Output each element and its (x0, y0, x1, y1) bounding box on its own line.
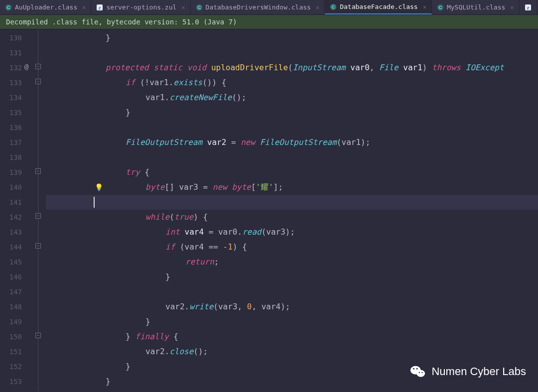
code-token: [] var3 = (165, 182, 213, 192)
line-number: 131 (0, 45, 22, 60)
fold-toggle-icon[interactable]: − (35, 168, 41, 174)
close-icon[interactable]: ✕ (423, 3, 426, 10)
code-token: InputStream (293, 63, 351, 72)
line-number: 137 (0, 135, 22, 150)
fold-gutter[interactable] (31, 134, 46, 149)
code-line[interactable]: if (var4 == -1) { (46, 240, 538, 255)
line-number: 153 (0, 374, 22, 389)
gutter-marker (22, 74, 31, 89)
code-line[interactable]: var1.createNewFile(); (46, 90, 538, 105)
fold-gutter[interactable] (31, 298, 46, 313)
fold-gutter[interactable] (31, 119, 46, 134)
tab-mysqlutil-class[interactable]: CMySQLUtil.class✕ (432, 0, 520, 14)
fold-toggle-icon[interactable]: − (35, 333, 41, 338)
code-line[interactable]: } (46, 269, 538, 284)
code-line[interactable]: FileOutputStream var2 = new FileOutputSt… (46, 135, 538, 150)
code-token: } (106, 377, 111, 386)
gutter-marker (22, 104, 31, 119)
close-icon[interactable]: ✕ (510, 4, 514, 11)
code-token: , (370, 63, 379, 72)
fold-toggle-icon[interactable]: − (35, 79, 41, 84)
fold-gutter[interactable] (31, 283, 46, 298)
code-line[interactable] (46, 284, 538, 299)
code-token: -1 (223, 242, 233, 252)
code-line[interactable]: return; (46, 255, 538, 269)
code-token: } (165, 272, 170, 281)
code-line[interactable]: while(true) { (46, 210, 538, 225)
fold-toggle-icon[interactable]: − (35, 243, 41, 249)
fold-gutter[interactable] (31, 313, 46, 328)
fold-gutter[interactable]: − (31, 328, 46, 343)
fold-gutter[interactable]: − (31, 239, 46, 254)
fold-gutter[interactable] (31, 149, 46, 164)
tab-databasefacade-class[interactable]: CDatabaseFacade.class✕ (325, 0, 432, 14)
code-token: var1 (403, 63, 422, 72)
code-line[interactable] (46, 195, 538, 210)
intention-bulb-icon[interactable]: 💡 (95, 180, 103, 195)
code-line[interactable]: } (46, 30, 538, 45)
fold-gutter[interactable] (31, 268, 46, 283)
class-file-icon: C (196, 4, 203, 11)
tab-server-options-zul[interactable]: Zserver-options.zul✕ (91, 0, 190, 14)
code-line[interactable]: int var4 = var0.read(var3); (46, 225, 538, 240)
tab-overflow[interactable]: Z (520, 0, 537, 14)
decompile-banner: Decompiled .class file, bytecode version… (0, 15, 538, 29)
fold-gutter[interactable]: − (31, 59, 46, 74)
fold-gutter[interactable] (31, 373, 46, 388)
fold-gutter[interactable] (31, 358, 46, 373)
fold-gutter[interactable]: − (31, 74, 46, 89)
fold-gutter[interactable] (31, 343, 46, 358)
gutter-marker (22, 268, 31, 283)
code-line[interactable]: } (46, 105, 538, 120)
gutter-marker (22, 134, 31, 149)
close-icon[interactable]: ✕ (181, 4, 185, 11)
gutter-marker (22, 373, 31, 388)
code-token: read (242, 227, 262, 237)
fold-gutter[interactable] (31, 254, 46, 268)
line-number-gutter: 1301311321331341351361371381391401411421… (0, 29, 22, 391)
tab-databasedriverswindow-class[interactable]: CDatabaseDriversWindow.class✕ (191, 0, 325, 14)
code-token: true (174, 212, 194, 222)
fold-end-icon (35, 34, 41, 39)
code-token: ( (288, 63, 293, 72)
svg-point-14 (413, 368, 414, 370)
code-line[interactable]: try { (46, 165, 538, 180)
fold-gutter[interactable] (31, 29, 46, 44)
code-token: } (126, 362, 131, 371)
fold-gutter[interactable]: − (31, 209, 46, 224)
code-area[interactable]: }protected static void uploadDriverFile(… (46, 29, 538, 391)
fold-gutter[interactable] (31, 179, 46, 194)
code-token: void (187, 63, 211, 72)
line-number: 135 (0, 105, 22, 120)
code-line[interactable]: var2.close(); (46, 344, 538, 359)
fold-gutter[interactable] (31, 194, 46, 209)
code-line[interactable]: } finally { (46, 329, 538, 344)
fold-gutter[interactable] (31, 224, 46, 239)
fold-toggle-icon[interactable]: − (35, 213, 41, 219)
code-line[interactable] (46, 45, 538, 60)
zul-file-icon: Z (96, 4, 103, 11)
code-editor[interactable]: 1301311321331341351361371381391401411421… (0, 29, 538, 391)
code-token: [ (251, 182, 256, 192)
code-line[interactable] (46, 150, 538, 165)
gutter-marker (22, 343, 31, 358)
gutter-marker (22, 313, 31, 328)
fold-toggle-icon[interactable]: − (35, 64, 41, 69)
code-line[interactable]: 💡byte[] var3 = new byte['耀']; (46, 180, 538, 195)
code-line[interactable]: if (!var1.exists()) { (46, 75, 538, 90)
code-token: int (165, 227, 185, 237)
close-icon[interactable]: ✕ (82, 4, 86, 11)
code-line[interactable]: } (46, 314, 538, 329)
code-token: } (126, 332, 135, 341)
fold-gutter[interactable] (31, 44, 46, 59)
code-line[interactable] (46, 120, 538, 135)
fold-gutter[interactable] (31, 89, 46, 104)
fold-gutter[interactable] (31, 104, 46, 119)
fold-gutter[interactable]: − (31, 164, 46, 179)
close-icon[interactable]: ✕ (316, 4, 319, 11)
code-token: uploadDriverFile (211, 63, 288, 72)
code-line[interactable]: protected static void uploadDriverFile(I… (46, 60, 538, 75)
svg-text:Z: Z (99, 5, 101, 10)
code-line[interactable]: var2.write(var3, 0, var4); (46, 299, 538, 314)
tab-auuploader-class[interactable]: CAuUploader.class✕ (0, 0, 91, 14)
